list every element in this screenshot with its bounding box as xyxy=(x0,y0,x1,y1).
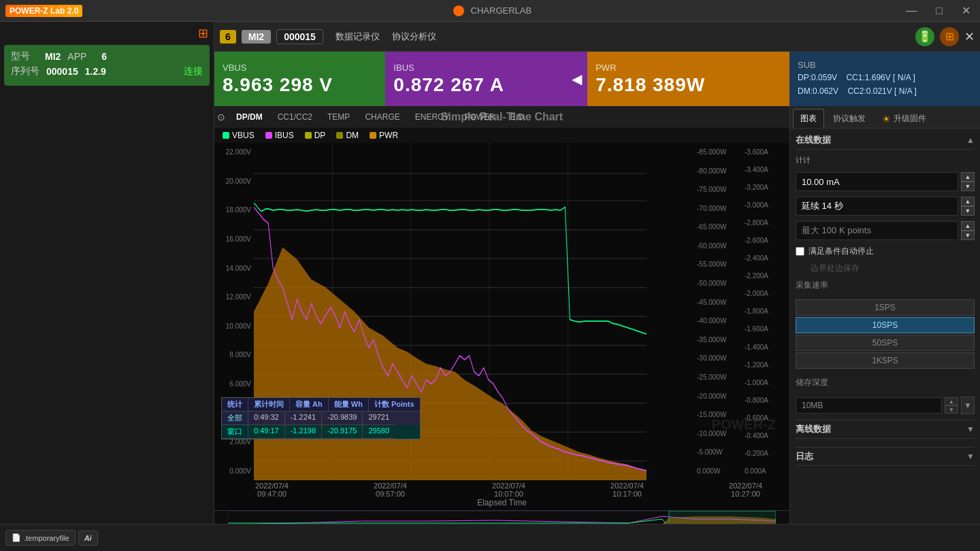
yaxis-left-6: 6.000V xyxy=(217,380,251,388)
storage-expand-button[interactable]: ▼ xyxy=(961,397,975,414)
battery-icon-button[interactable]: 🔋 xyxy=(915,27,934,46)
cc2-value: CC2:0.021V [ N/A ] xyxy=(847,86,916,96)
speed-50sps[interactable]: 50SPS xyxy=(796,335,975,351)
sub-dm-cc2: DM:0.062V CC2:0.021V [ N/A ] xyxy=(798,85,972,98)
tab-power[interactable]: POWER xyxy=(457,110,502,124)
tab-protocol-trigger[interactable]: 协议触发 xyxy=(826,109,873,128)
titlebar-controls: — □ ✕ xyxy=(902,3,975,18)
log-label: 日志 xyxy=(796,450,813,463)
legend-dm-label: DM xyxy=(346,131,359,140)
storage-down-button[interactable]: ▼ xyxy=(945,405,958,414)
tab-energy[interactable]: ENERGY xyxy=(408,110,457,124)
stats-h0: 统计 xyxy=(222,398,248,412)
tab-chart[interactable]: 图表 xyxy=(793,109,824,128)
log-expand-arrow[interactable]: ▼ xyxy=(966,452,975,461)
yaxis-left-10: 10.000V xyxy=(217,322,251,330)
offline-data-header: 离线数据 ▼ xyxy=(796,423,975,439)
sidebar-header: ⊞ xyxy=(0,22,214,45)
dm-value: DM:0.062V xyxy=(798,86,838,96)
counter-label: 计计 xyxy=(796,155,975,165)
storage-up-button[interactable]: ▲ xyxy=(945,397,958,405)
threshold-down-button[interactable]: ▼ xyxy=(961,182,975,191)
titlebar-left: POWER-Z Lab 2.0 xyxy=(5,5,82,17)
app-logo: POWER-Z Lab 2.0 xyxy=(5,5,82,17)
auto-stop-row: 满足条件自动停止 xyxy=(796,246,975,257)
chart-section: ⊙ DP/DM CC1/CC2 TEMP CHARGE ENERGY POWER… xyxy=(214,106,980,551)
grid-icon-button[interactable]: ⊞ xyxy=(940,27,959,46)
tab-charge[interactable]: CHARGE xyxy=(358,110,406,124)
legend-pwr-dot xyxy=(370,132,376,139)
serial-value: 000015 xyxy=(46,66,78,77)
nav-protocol-analyzer[interactable]: 协议分析仪 xyxy=(392,31,436,43)
tab-dp-dm[interactable]: DP/DM xyxy=(229,110,270,124)
type-label: 型号 xyxy=(11,50,38,63)
app-label: APP xyxy=(67,51,95,62)
maxpoints-spinner: ▲ ▼ xyxy=(961,221,975,240)
threshold-spinner: ▲ ▼ xyxy=(961,172,975,191)
legend-dp: DP xyxy=(305,131,326,140)
main-container: ⊞ 型号 MI2 APP 6 序列号 000015 1.2.9 连接 6 MI2… xyxy=(0,22,980,551)
minimize-button[interactable]: — xyxy=(902,3,921,18)
delay-input[interactable] xyxy=(796,197,958,216)
xaxis-labels: 2022/07/4 09:47:00 2022/07/409:57:00 202… xyxy=(214,480,789,498)
speed-1sps[interactable]: 1SPS xyxy=(796,299,975,316)
threshold-up-button[interactable]: ▲ xyxy=(961,172,975,182)
threshold-input[interactable] xyxy=(796,172,958,191)
legend-dp-label: DP xyxy=(314,131,326,140)
offline-expand-arrow[interactable]: ▼ xyxy=(966,424,975,434)
delay-up-button[interactable]: ▲ xyxy=(961,197,975,206)
delay-down-button[interactable]: ▼ xyxy=(961,206,975,216)
xaxis-label-3: 2022/07/410:07:00 xyxy=(492,482,525,498)
sun-icon: ☀ xyxy=(882,114,891,124)
offline-data-section: 离线数据 ▼ xyxy=(796,420,975,441)
delay-input-row: ▲ ▼ xyxy=(796,197,975,216)
grid-icon[interactable]: ⊞ xyxy=(198,26,208,41)
content-area: 6 MI2 000015 数据记录仪 协议分析仪 🔋 ⊞ ✕ VBUS 8.96… xyxy=(214,22,980,551)
storage-input-row: ▲ ▼ ▼ xyxy=(796,397,975,414)
xaxis-label-1: 2022/07/4 09:47:00 xyxy=(255,482,289,498)
online-data-header: 在线数据 ▲ xyxy=(796,134,975,150)
stats-window-label: 窗口 xyxy=(222,425,248,439)
stats-all-time: 0:49:32 xyxy=(248,412,285,425)
maxpoints-down-button[interactable]: ▼ xyxy=(961,231,975,240)
speed-1ksps[interactable]: 1KSPS xyxy=(796,352,975,369)
storage-depth-label: 储存深度 xyxy=(796,377,975,388)
yaxis-right-amps: -3.600A -3.400A -3.200A -3.000A -2.800A … xyxy=(742,143,789,480)
content-close-button[interactable]: ✕ xyxy=(964,29,975,44)
chart-tabs: ⊙ DP/DM CC1/CC2 TEMP CHARGE ENERGY POWER… xyxy=(214,106,789,128)
auto-stop-checkbox[interactable] xyxy=(796,247,804,256)
legend-pwr: PWR xyxy=(370,131,398,140)
tab-upgrade-firmware[interactable]: ☀ 升级固件 xyxy=(875,109,934,128)
stats-all-label: 全部 xyxy=(222,412,248,425)
back-arrow-icon[interactable]: ◀ xyxy=(572,71,582,87)
maxpoints-input[interactable] xyxy=(796,221,958,240)
online-expand-arrow[interactable]: ▲ xyxy=(966,135,975,145)
sample-rate-label: 采集速率 xyxy=(796,280,975,291)
storage-input[interactable] xyxy=(796,397,942,414)
taskbar-ai-item[interactable]: Ai xyxy=(78,531,98,546)
chart-inner: 22.000V 20.000V 18.000V 16.000V 14.000V … xyxy=(214,143,789,480)
edge-save-label: 边界处边保存 xyxy=(796,263,975,274)
right-panel: 图表 协议触发 ☀ 升级固件 在线数据 ▲ 计计 xyxy=(789,106,980,551)
speed-buttons: 1SPS 10SPS 50SPS 1KSPS xyxy=(796,299,975,369)
tab-ed[interactable]: E.D. xyxy=(504,110,533,124)
legend-ibus-dot xyxy=(265,132,272,139)
maxpoints-up-button[interactable]: ▲ xyxy=(961,221,975,231)
xaxis-label-5: 2022/07/410:27:00 xyxy=(729,482,762,498)
device-id-badge: 000015 xyxy=(276,29,323,44)
legend-pwr-label: PWR xyxy=(379,131,398,140)
tab-temp[interactable]: TEMP xyxy=(321,110,357,124)
ibus-metric: IBUS 0.872 267 A ◀ xyxy=(385,52,587,106)
tab-cc1-cc2[interactable]: CC1/CC2 xyxy=(271,110,319,124)
pwr-value: 7.818 389W xyxy=(595,74,781,96)
device-topbar: 6 MI2 000015 数据记录仪 协议分析仪 🔋 ⊞ ✕ xyxy=(214,22,980,52)
taskbar-file-item[interactable]: 📄 .temporaryfile xyxy=(5,530,76,546)
nav-data-logger[interactable]: 数据记录仪 xyxy=(336,31,380,43)
maximize-button[interactable]: □ xyxy=(932,3,947,18)
window-close-button[interactable]: ✕ xyxy=(958,3,975,18)
vbus-metric: VBUS 8.963 298 V xyxy=(214,52,385,106)
speed-10sps[interactable]: 10SPS xyxy=(796,317,975,333)
pwr-metric: PWR 7.818 389W xyxy=(587,52,789,106)
yaxis-left-16: 16.000V xyxy=(217,235,251,243)
delay-spinner: ▲ ▼ xyxy=(961,197,975,216)
